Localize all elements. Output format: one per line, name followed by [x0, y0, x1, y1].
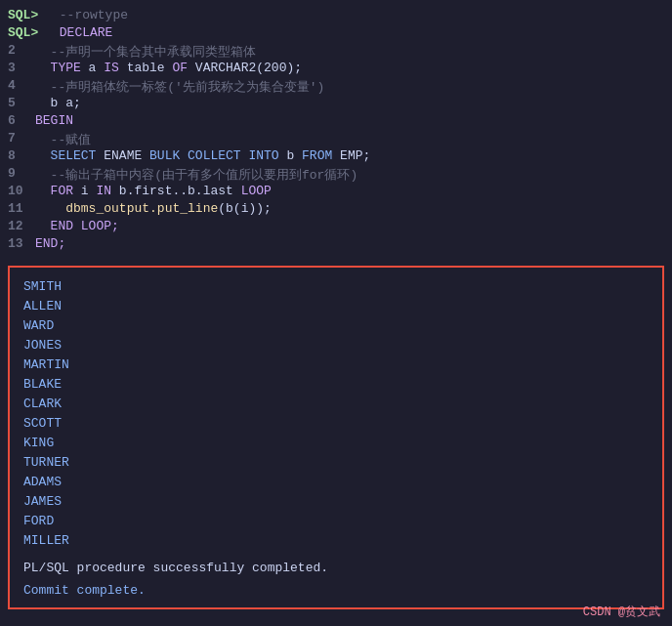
line-number-2: 2 [8, 43, 35, 58]
line-number-3: 3 [8, 61, 35, 75]
code-content-prompt-2: DECLARE [52, 25, 112, 40]
code-line-5: 5 b a; [0, 96, 672, 113]
line-number-9: 9 [8, 166, 35, 181]
output-name-martin: MARTIN [23, 355, 649, 375]
output-name-clark: CLARK [23, 395, 649, 414]
output-name-ford: FORD [23, 512, 649, 531]
output-name-james: JAMES [23, 492, 649, 512]
output-name-king: KING [23, 434, 649, 453]
code-line-prompt-1: SQL> --rowtype [0, 8, 672, 25]
code-line-12: 12 END LOOP; [0, 219, 672, 236]
footer-label: CSDN @贫文武 [583, 605, 660, 619]
code-content-13: END; [35, 236, 65, 251]
code-content-12: END LOOP; [35, 219, 119, 233]
output-success-msg: PL/SQL procedure successfully completed. [23, 561, 649, 575]
sql-prompt-1: SQL> [8, 8, 52, 22]
code-line-9: 9 --输出子箱中内容(由于有多个值所以要用到for循环) [0, 166, 672, 184]
line-number-7: 7 [8, 131, 35, 146]
code-content-5: b a; [35, 96, 81, 110]
line-number-11: 11 [8, 201, 35, 216]
code-content-9: --输出子箱中内容(由于有多个值所以要用到for循环) [35, 166, 357, 184]
code-content-8: SELECT ENAME BULK COLLECT INTO b FROM EM… [35, 148, 370, 163]
output-names-list: SMITH ALLEN WARD JONES MARTIN BLAKE CLAR… [23, 277, 649, 551]
code-content-6: BEGIN [35, 113, 73, 128]
line-number-4: 4 [8, 78, 35, 93]
code-line-2: 2 --声明一个集合其中承载同类型箱体 [0, 43, 672, 61]
code-content-10: FOR i IN b.first..b.last LOOP [35, 184, 272, 198]
output-name-turner: TURNER [23, 453, 649, 473]
output-name-scott: SCOTT [23, 414, 649, 434]
output-name-miller: MILLER [23, 531, 649, 551]
output-box: SMITH ALLEN WARD JONES MARTIN BLAKE CLAR… [8, 266, 664, 609]
footer: CSDN @贫文武 [583, 604, 660, 620]
output-name-blake: BLAKE [23, 375, 649, 395]
code-line-8: 8 SELECT ENAME BULK COLLECT INTO b FROM … [0, 148, 672, 166]
code-line-7: 7 --赋值 [0, 131, 672, 148]
line-number-10: 10 [8, 184, 35, 198]
code-line-10: 10 FOR i IN b.first..b.last LOOP [0, 184, 672, 201]
code-content-prompt-1: --rowtype [52, 8, 128, 22]
line-number-6: 6 [8, 113, 35, 128]
code-line-3: 3 TYPE a IS table OF VARCHAR2(200); [0, 61, 672, 78]
code-content-3: TYPE a IS table OF VARCHAR2(200); [35, 61, 302, 75]
line-number-12: 12 [8, 219, 35, 233]
output-name-adams: ADAMS [23, 473, 649, 492]
line-number-5: 5 [8, 96, 35, 110]
code-content-7: --赋值 [35, 131, 91, 148]
code-line-6: 6 BEGIN [0, 113, 672, 131]
line-number-8: 8 [8, 148, 35, 163]
code-line-13: 13 END; [0, 236, 672, 254]
output-name-ward: WARD [23, 316, 649, 336]
sql-prompt-2: SQL> [8, 25, 52, 40]
code-line-11: 11 dbms_output.put_line(b(i)); [0, 201, 672, 219]
code-line-4: 4 --声明箱体统一标签('先前我称之为集合变量') [0, 78, 672, 96]
output-name-allen: ALLEN [23, 297, 649, 316]
editor-area: SQL> --rowtype SQL> DECLARE 2 --声明一个集合其中… [0, 0, 672, 262]
code-content-4: --声明箱体统一标签('先前我称之为集合变量') [35, 78, 324, 96]
output-commit-msg: Commit complete. [23, 583, 649, 598]
output-name-smith: SMITH [23, 277, 649, 297]
code-line-prompt-2: SQL> DECLARE [0, 25, 672, 43]
line-number-13: 13 [8, 236, 35, 251]
output-name-jones: JONES [23, 336, 649, 355]
code-content-11: dbms_output.put_line(b(i)); [35, 201, 272, 216]
code-content-2: --声明一个集合其中承载同类型箱体 [35, 43, 256, 61]
